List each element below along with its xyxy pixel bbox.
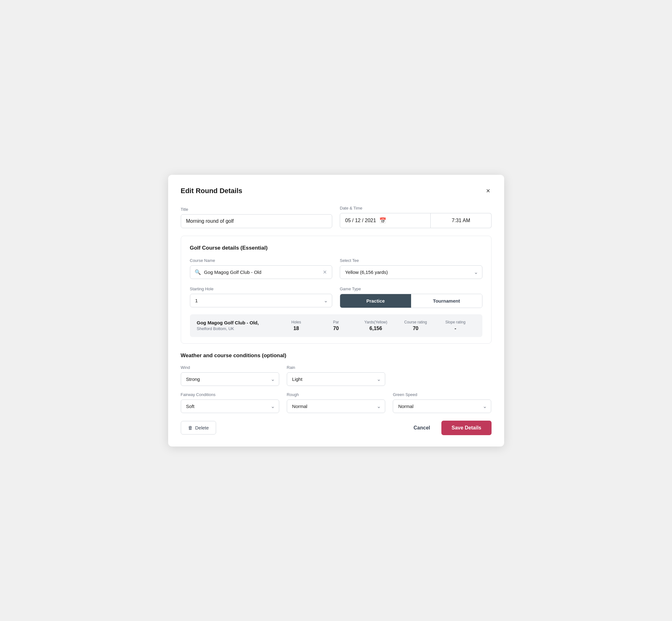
yards-stat: Yards(Yellow) 6,156 xyxy=(356,320,395,331)
cancel-button[interactable]: Cancel xyxy=(409,421,435,434)
yards-value: 6,156 xyxy=(356,326,395,331)
slope-rating-stat: Slope rating - xyxy=(435,320,475,331)
course-rating-value: 70 xyxy=(395,326,435,331)
wind-dropdown[interactable]: Calm Light Moderate Strong Very Strong xyxy=(181,372,279,386)
game-type-label: Game Type xyxy=(340,287,482,291)
rough-wrap: Short Normal Long Very Long ⌄ xyxy=(287,400,385,413)
holes-stat: Holes 18 xyxy=(277,320,316,331)
wind-rain-row: Wind Calm Light Moderate Strong Very Str… xyxy=(181,365,492,386)
holes-label: Holes xyxy=(277,320,316,324)
date-input[interactable]: 05 / 12 / 2021 📅 xyxy=(340,213,431,228)
course-info-name-text: Gog Magog Golf Club - Old, xyxy=(197,320,277,325)
rain-group: Rain None Light Moderate Heavy ⌄ xyxy=(287,365,385,386)
wind-label: Wind xyxy=(181,365,279,370)
tournament-toggle-button[interactable]: Tournament xyxy=(411,294,482,308)
game-type-toggle: Practice Tournament xyxy=(340,294,482,308)
course-rating-label: Course rating xyxy=(395,320,435,324)
slope-rating-label: Slope rating xyxy=(435,320,475,324)
slope-rating-value: - xyxy=(435,326,475,331)
rough-label: Rough xyxy=(287,392,385,397)
time-input[interactable]: 7:31 AM xyxy=(431,213,491,228)
date-value: 05 / 12 / 2021 xyxy=(345,218,376,223)
rough-dropdown[interactable]: Short Normal Long Very Long xyxy=(287,400,385,413)
course-info-box: Gog Magog Golf Club - Old, Shelford Bott… xyxy=(190,314,482,337)
close-button[interactable]: × xyxy=(485,186,492,196)
wind-wrap: Calm Light Moderate Strong Very Strong ⌄ xyxy=(181,372,279,386)
green-speed-group: Green Speed Slow Normal Fast Very Fast ⌄ xyxy=(393,392,491,413)
holes-value: 18 xyxy=(277,326,316,331)
course-name-label: Course Name xyxy=(190,258,333,263)
footer-row: 🗑 Delete Cancel Save Details xyxy=(181,421,492,435)
golf-course-section: Golf Course details (Essential) Course N… xyxy=(181,236,492,344)
par-label: Par xyxy=(316,320,356,324)
title-label: Title xyxy=(181,207,333,212)
modal-header: Edit Round Details × xyxy=(181,186,492,196)
rain-label: Rain xyxy=(287,365,385,370)
weather-section-title: Weather and course conditions (optional) xyxy=(181,353,492,359)
edit-round-modal: Edit Round Details × Title Date & Time 0… xyxy=(168,175,504,447)
select-tee-label: Select Tee xyxy=(340,258,482,263)
course-info-location: Shelford Bottom, UK xyxy=(197,326,277,331)
weather-section: Weather and course conditions (optional)… xyxy=(181,353,492,413)
delete-button[interactable]: 🗑 Delete xyxy=(181,421,216,434)
datetime-group: Date & Time 05 / 12 / 2021 📅 7:31 AM xyxy=(340,206,492,228)
fairway-wrap: Soft Normal Hard Firm ⌄ xyxy=(181,400,279,413)
starting-hole-label: Starting Hole xyxy=(190,287,333,291)
course-name-clear-button[interactable]: ✕ xyxy=(322,269,328,275)
title-group: Title xyxy=(181,207,333,228)
select-tee-wrap: Yellow (6,156 yards) Red (5,000 yards) W… xyxy=(340,265,482,279)
rain-dropdown[interactable]: None Light Moderate Heavy xyxy=(287,372,385,386)
par-stat: Par 70 xyxy=(316,320,356,331)
green-speed-label: Green Speed xyxy=(393,392,491,397)
title-datetime-row: Title Date & Time 05 / 12 / 2021 📅 7:31 … xyxy=(181,206,492,228)
golf-section-title: Golf Course details (Essential) xyxy=(190,245,482,251)
fairway-group: Fairway Conditions Soft Normal Hard Firm… xyxy=(181,392,279,413)
delete-label: Delete xyxy=(195,425,209,430)
course-name-group: Course Name 🔍 Gog Magog Golf Club - Old … xyxy=(190,258,333,279)
game-type-group: Game Type Practice Tournament xyxy=(340,287,482,308)
practice-toggle-button[interactable]: Practice xyxy=(340,294,411,308)
course-rating-stat: Course rating 70 xyxy=(395,320,435,331)
calendar-icon: 📅 xyxy=(379,217,386,224)
select-tee-dropdown[interactable]: Yellow (6,156 yards) Red (5,000 yards) W… xyxy=(340,265,482,279)
search-icon: 🔍 xyxy=(195,269,201,275)
conditions-row: Fairway Conditions Soft Normal Hard Firm… xyxy=(181,392,492,413)
datetime-row: 05 / 12 / 2021 📅 7:31 AM xyxy=(340,213,492,228)
save-button[interactable]: Save Details xyxy=(442,421,491,435)
yards-label: Yards(Yellow) xyxy=(356,320,395,324)
select-tee-group: Select Tee Yellow (6,156 yards) Red (5,0… xyxy=(340,258,482,279)
datetime-label: Date & Time xyxy=(340,206,492,210)
starting-hole-group: Starting Hole 1 2 10 ⌄ xyxy=(190,287,333,308)
starting-hole-dropdown[interactable]: 1 2 10 xyxy=(190,294,333,307)
time-value: 7:31 AM xyxy=(452,218,470,223)
rain-wrap: None Light Moderate Heavy ⌄ xyxy=(287,372,385,386)
footer-right: Cancel Save Details xyxy=(409,421,492,435)
green-speed-wrap: Slow Normal Fast Very Fast ⌄ xyxy=(393,400,491,413)
fairway-dropdown[interactable]: Soft Normal Hard Firm xyxy=(181,400,279,413)
course-name-search[interactable]: 🔍 Gog Magog Golf Club - Old ✕ xyxy=(190,265,333,279)
trash-icon: 🗑 xyxy=(188,425,193,430)
fairway-label: Fairway Conditions xyxy=(181,392,279,397)
course-name-value: Gog Magog Golf Club - Old xyxy=(204,270,319,275)
wind-group: Wind Calm Light Moderate Strong Very Str… xyxy=(181,365,279,386)
modal-title: Edit Round Details xyxy=(181,187,243,195)
title-input[interactable] xyxy=(181,214,333,228)
hole-game-row: Starting Hole 1 2 10 ⌄ Game Type Practic… xyxy=(190,287,482,308)
par-value: 70 xyxy=(316,326,356,331)
course-fields-row: Course Name 🔍 Gog Magog Golf Club - Old … xyxy=(190,258,482,279)
starting-hole-wrap: 1 2 10 ⌄ xyxy=(190,294,333,307)
course-info-name: Gog Magog Golf Club - Old, Shelford Bott… xyxy=(197,320,277,331)
green-speed-dropdown[interactable]: Slow Normal Fast Very Fast xyxy=(393,400,491,413)
rough-group: Rough Short Normal Long Very Long ⌄ xyxy=(287,392,385,413)
